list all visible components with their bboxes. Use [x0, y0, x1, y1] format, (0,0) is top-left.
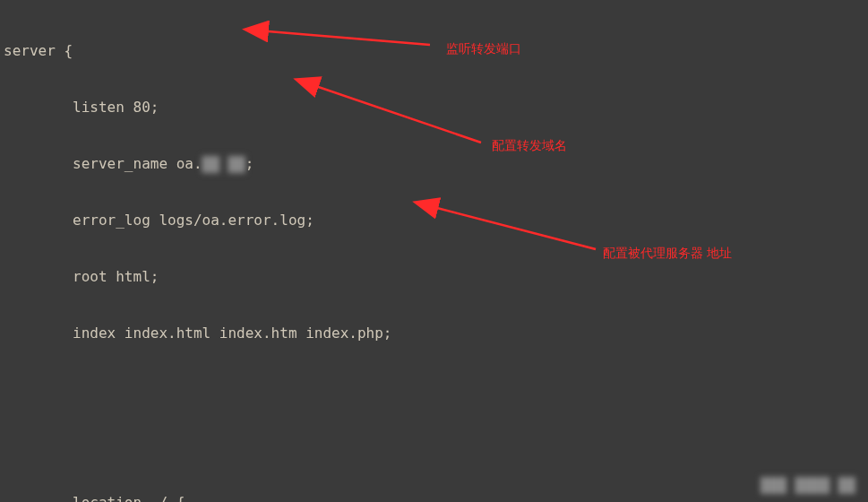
code-line: [4, 437, 868, 455]
code-line: error_log logs/oa.error.log;: [4, 211, 868, 229]
code-line: server {: [4, 41, 868, 60]
code-line: root html;: [4, 267, 868, 286]
annotation-label: 配置被代理服务器 地址: [603, 244, 732, 263]
code-line: location / {: [4, 493, 868, 502]
code-text: ;: [245, 155, 254, 172]
code-line: [4, 380, 868, 399]
redacted-text: ███ ████ ██: [761, 476, 855, 495]
annotation-label: 配置转发域名: [492, 136, 567, 155]
code-editor: server { listen 80; server_name oa.██ ██…: [0, 0, 868, 502]
code-line: listen 80;: [4, 98, 868, 117]
code-line: server_name oa.██ ██;: [4, 154, 868, 173]
code-text: server_name oa.: [4, 155, 202, 172]
redacted-text: ██ ██: [202, 155, 245, 174]
code-line: index index.html index.htm index.php;: [4, 324, 868, 342]
